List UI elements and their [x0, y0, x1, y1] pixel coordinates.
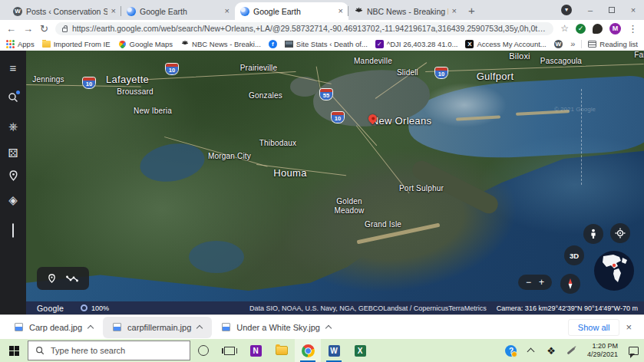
chevron-up-icon[interactable]	[197, 325, 203, 331]
map-label-gonzales: Gonzales	[249, 91, 282, 100]
bookmark-stats-insights[interactable]: W Stats and Insights ‹...	[554, 40, 564, 48]
download-item-carp-dead[interactable]: Carp dead.jpg	[5, 317, 103, 338]
zoom-out-button[interactable]: −	[526, 278, 531, 287]
address-bar[interactable]: https://earth.google.com/web/search/New+…	[55, 22, 553, 35]
tab-close-icon[interactable]: ×	[339, 7, 343, 15]
start-button[interactable]	[0, 339, 28, 362]
close-window-button[interactable]: ×	[623, 5, 644, 15]
map-label-broussard: Broussard	[117, 87, 153, 97]
close-downloads-icon[interactable]: ×	[626, 321, 632, 333]
bookmark-label: Access My Account...	[477, 40, 546, 48]
cursor-coordinates: 29°42'39"N 90°14'49"W	[547, 304, 620, 312]
new-tab-button[interactable]: +	[468, 4, 475, 17]
tab-close-icon[interactable]: ×	[452, 7, 457, 15]
taskbar-file-explorer[interactable]	[269, 339, 295, 362]
taskbar-excel[interactable]: X	[347, 339, 373, 362]
measure-button[interactable]	[0, 224, 26, 238]
profile-avatar[interactable]: M	[609, 23, 621, 35]
chrome-menu-icon[interactable]: ⋮	[628, 24, 638, 34]
feeling-lucky-button[interactable]: ⚄	[0, 146, 26, 160]
minimize-button[interactable]: –	[580, 5, 601, 15]
action-center-icon	[629, 347, 639, 355]
hidden-icons-button[interactable]	[521, 339, 541, 362]
lock-icon[interactable]	[62, 28, 68, 32]
taskbar-word[interactable]: W	[321, 339, 347, 362]
cortana-button[interactable]	[190, 339, 216, 362]
projects-button[interactable]	[0, 170, 26, 185]
action-center-button[interactable]	[624, 339, 644, 362]
bookmark-facebook[interactable]: f	[269, 40, 277, 48]
url-text[interactable]: https://earth.google.com/web/search/New+…	[72, 24, 547, 33]
get-help-tray-button[interactable]: ?	[501, 339, 521, 362]
forward-button[interactable]: →	[23, 24, 33, 34]
tab-title: NBC News - Breaking News & To	[367, 7, 448, 16]
compass-needle-icon	[566, 278, 575, 290]
tab-google-earth-active[interactable]: Google Earth ×	[235, 2, 348, 20]
taskbar-search-box[interactable]: Type here to search	[28, 341, 190, 360]
windows-taskbar: Type here to search N W X ? ❖ 1:20 PM 4/…	[0, 339, 644, 362]
notification-dot	[16, 90, 20, 94]
map-label-jennings: Jennings	[32, 75, 64, 84]
taskbar-chrome[interactable]	[295, 339, 321, 362]
browser-toolbar: ← → ↻ https://earth.google.com/web/searc…	[0, 20, 644, 37]
bookmark-site-stats[interactable]: Site Stats ‹ Death of...	[285, 40, 368, 48]
tab-close-icon[interactable]: ×	[225, 7, 230, 15]
3d-toggle-button[interactable]: 3D	[564, 245, 584, 265]
pen-icon	[566, 347, 575, 354]
word-icon: W	[329, 345, 340, 357]
maximize-button[interactable]	[601, 5, 623, 15]
add-placemark-icon[interactable]	[48, 274, 56, 284]
map-label-mandeville: Mandeville	[354, 57, 392, 66]
tab-nbc-news[interactable]: NBC News - Breaking News & To ×	[348, 2, 462, 20]
search-button[interactable]	[0, 92, 26, 106]
bookmark-google-maps[interactable]: Google Maps	[118, 40, 173, 48]
cortana-icon	[198, 345, 209, 356]
google-earth-icon	[127, 7, 136, 16]
map-style-button[interactable]: ◈	[0, 193, 26, 207]
extension-pin-icon[interactable]	[593, 24, 603, 34]
tab-wordpress-posts[interactable]: W Posts ‹ Conservation Sense and N ×	[8, 2, 121, 20]
dropbox-tray-button[interactable]: ❖	[541, 339, 561, 362]
bookmark-imported-from-ie[interactable]: Imported From IE	[42, 40, 111, 48]
system-tray: ? ❖ 1:20 PM 4/29/2021	[501, 339, 644, 362]
draw-path-icon[interactable]	[66, 274, 78, 283]
menu-button[interactable]: ≡	[0, 61, 26, 75]
reading-list-button[interactable]: Reading list	[588, 40, 638, 48]
taskbar-onenote[interactable]: N	[243, 339, 269, 362]
data-attribution: Data SIO, NOAA, U.S. Navy, NGA, GEBCO	[249, 304, 383, 312]
pen-tray-button[interactable]	[561, 339, 581, 362]
bookmark-label: Site Stats ‹ Death of...	[296, 40, 368, 48]
chevron-up-icon[interactable]	[325, 325, 332, 331]
map-canvas[interactable]: JenningsLafayetteBroussardNew IberiaPrai…	[26, 51, 644, 314]
tab-close-icon[interactable]: ×	[111, 7, 116, 15]
bookmark-nbc-news[interactable]: NBC News - Breaki...	[180, 40, 261, 48]
tab-search-button[interactable]: ▾	[561, 5, 572, 15]
show-all-downloads-button[interactable]: Show all	[568, 319, 620, 336]
reload-button[interactable]: ↻	[40, 24, 48, 34]
interstate-55-shield: 55	[320, 89, 332, 100]
google-watermark: © 2021 Google	[554, 106, 596, 113]
download-item-under-a-white-sky[interactable]: Under a White Sky.jpg	[212, 317, 341, 338]
overview-globe[interactable]	[593, 250, 635, 291]
apps-grid-icon	[6, 40, 15, 48]
extension-check-icon[interactable]: ✓	[576, 24, 586, 34]
taskbar-clock[interactable]: 1:20 PM 4/29/2021	[581, 342, 624, 359]
landsat-attribution: Landsat / Copernicus	[383, 304, 448, 312]
globe-icon	[593, 250, 635, 291]
pegman-streetview-button[interactable]	[583, 224, 603, 244]
compass-button[interactable]	[560, 274, 580, 294]
tab-google-earth-1[interactable]: Google Earth ×	[121, 2, 235, 20]
bookmarks-overflow-chevron[interactable]: »	[570, 39, 575, 48]
bookmark-star-icon[interactable]: ☆	[560, 24, 569, 33]
back-button[interactable]: ←	[6, 24, 16, 34]
download-item-carpfillermain[interactable]: carpfillermain.jpg	[103, 317, 212, 338]
bookmark-access-my-account[interactable]: X Access My Account...	[465, 40, 546, 48]
zoom-in-button[interactable]: +	[539, 278, 544, 287]
screen: W Posts ‹ Conservation Sense and N × Goo…	[0, 0, 644, 362]
voyager-button[interactable]: ⎈	[0, 120, 26, 133]
bookmark-dji-quote[interactable]: ✓ ^DJI 26,403.28 41.0...	[375, 40, 458, 48]
chevron-up-icon[interactable]	[88, 325, 94, 331]
my-location-button[interactable]	[610, 223, 630, 243]
bookmark-apps[interactable]: Apps	[6, 40, 35, 48]
task-view-button[interactable]	[216, 339, 243, 362]
